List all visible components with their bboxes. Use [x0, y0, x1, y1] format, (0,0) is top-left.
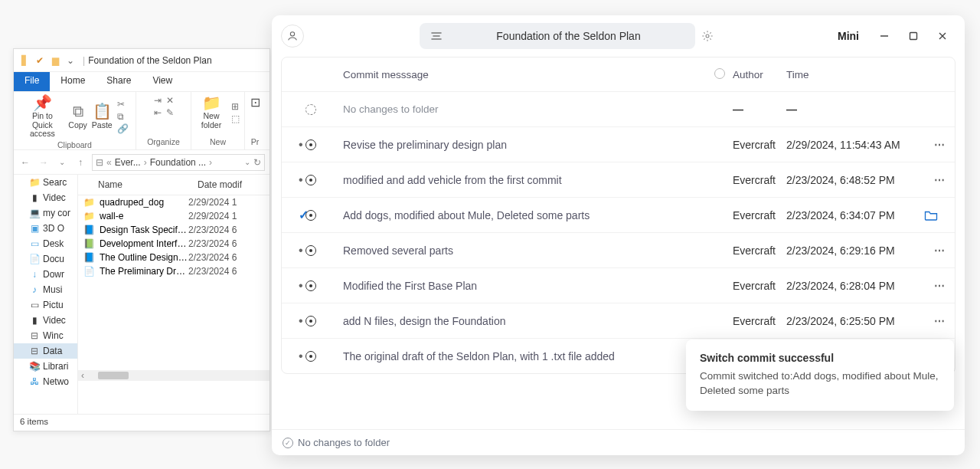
address-dropdown-icon[interactable]: ⌄ — [244, 158, 250, 166]
nav-item[interactable]: 💻my cor — [14, 205, 77, 221]
commit-node-icon — [305, 316, 316, 326]
commit-row[interactable]: ✓ Add dogs, modified about Mule, Deleted… — [282, 197, 955, 232]
nav-item[interactable]: ▮Videc — [14, 190, 77, 205]
nav-item[interactable]: 📁Searc — [14, 175, 77, 190]
copy-to-icon[interactable]: ⇤ — [154, 107, 162, 118]
tab-share[interactable]: Share — [96, 72, 142, 91]
cut-icon[interactable]: ✂ — [117, 99, 129, 110]
commit-row[interactable]: • modified and add vehicle from the firs… — [282, 162, 955, 197]
row-more-button[interactable]: ⋯ — [934, 244, 946, 257]
copy-path-icon[interactable]: ⧉ — [117, 111, 129, 122]
rename-icon[interactable]: ✎ — [166, 107, 174, 118]
save-icon[interactable]: ✔ — [34, 54, 46, 67]
nav-item-icon: ▭ — [29, 300, 40, 310]
nav-item[interactable]: ⊟Winc — [14, 328, 77, 343]
nav-item-icon: 📚 — [29, 361, 40, 372]
easy-access-icon[interactable]: ⬚ — [231, 113, 240, 124]
col-author[interactable]: Author — [733, 69, 786, 80]
truncated-label: Pr — [251, 137, 260, 146]
refresh-icon[interactable]: ↻ — [253, 157, 261, 168]
nav-pane[interactable]: 📁Searc▮Videc💻my cor▣3D O▭Desk📄Docu↓Dowr♪… — [14, 175, 78, 414]
nav-item[interactable]: ▭Pictu — [14, 297, 77, 313]
delete-icon[interactable]: ✕ — [166, 95, 174, 106]
nav-item[interactable]: 📄Docu — [14, 251, 77, 267]
commit-time: 2/23/2024, 6:29:16 PM — [786, 244, 895, 257]
nav-item-icon: ⊟ — [29, 346, 40, 356]
file-date: 2/23/2024 6 — [188, 225, 265, 235]
row-more-button[interactable]: ⋯ — [934, 315, 946, 327]
file-row[interactable]: 📘Design Task Specificatio...2/23/2024 6 — [78, 223, 270, 237]
settings-button[interactable] — [701, 30, 718, 42]
row-more-button[interactable]: ⋯ — [934, 280, 946, 292]
row-more-button[interactable]: ⋯ — [934, 174, 946, 186]
col-date[interactable]: Date modif — [193, 175, 270, 195]
file-row[interactable]: 📘The Outline Design Doc...2/23/2024 6 — [78, 251, 270, 264]
overflow-icon[interactable]: ⌄ — [64, 54, 77, 67]
file-row[interactable]: 📗Development Interface ...2/23/2024 6 — [78, 237, 270, 251]
nav-item-label: Videc — [43, 315, 66, 326]
copy-button[interactable]: ⧉ Copy — [68, 103, 87, 130]
nav-item[interactable]: ▮Videc — [14, 313, 77, 328]
avatar[interactable] — [281, 25, 304, 48]
nav-item[interactable]: 📚Librari — [14, 359, 77, 374]
new-folder-button[interactable]: 📁 New folder — [196, 95, 227, 130]
properties-icon[interactable]: ⊡ — [250, 95, 260, 110]
item-count: 6 items — [20, 417, 48, 426]
title-pill[interactable]: Foundation of the Seldon Plan — [420, 23, 695, 49]
file-row[interactable]: 📁wall-e2/29/2024 1 — [78, 209, 270, 223]
new-item-icon[interactable]: ⊞ — [231, 101, 240, 112]
col-name[interactable]: Name — [78, 175, 193, 195]
maximize-button[interactable] — [900, 25, 926, 47]
minimize-button[interactable] — [871, 25, 897, 47]
tab-home[interactable]: Home — [50, 72, 96, 91]
nav-item-icon: ↓ — [29, 269, 40, 280]
col-commit-message[interactable]: Commit messsage — [340, 69, 707, 80]
app-header: Foundation of the Seldon Plan Mini — [272, 15, 965, 57]
commit-row[interactable]: • Modified the First Base Plan Evercraft… — [282, 267, 955, 303]
nav-item[interactable]: ⊟Data — [14, 343, 77, 359]
maximize-icon — [909, 31, 918, 41]
nav-item[interactable]: ▭Desk — [14, 236, 77, 251]
nav-forward-button[interactable]: → — [37, 157, 51, 168]
mode-label[interactable]: Mini — [838, 30, 859, 42]
horizontal-scrollbar[interactable]: ‹ — [78, 370, 270, 381]
nav-back-button[interactable]: ← — [18, 157, 32, 168]
close-button[interactable] — [929, 25, 956, 47]
nav-item-icon: 🖧 — [29, 376, 40, 387]
breadcrumb-part[interactable]: Ever... — [115, 157, 141, 168]
nav-item[interactable]: ↓Dowr — [14, 267, 77, 282]
nav-item-icon: ▮ — [29, 315, 40, 326]
select-all-icon[interactable] — [714, 68, 725, 79]
address-bar[interactable]: ⊟ « Ever... › Foundation ... › ⌄ ↻ — [92, 154, 265, 171]
new-group-label: New — [210, 137, 226, 146]
nav-item[interactable]: ▣3D O — [14, 221, 77, 236]
move-to-icon[interactable]: ⇥ — [154, 95, 162, 106]
col-time[interactable]: Time — [786, 69, 924, 80]
commit-author: Evercraft — [733, 174, 786, 186]
breadcrumb-part[interactable]: Foundation ... — [150, 157, 206, 168]
commit-message: Removed several parts — [340, 244, 707, 257]
file-columns-header[interactable]: Name Date modif — [78, 175, 270, 195]
paste-button[interactable]: 📋 Paste — [92, 103, 113, 130]
tab-file[interactable]: File — [14, 72, 50, 91]
scrollbar-thumb[interactable] — [98, 372, 129, 379]
nav-item-label: Netwo — [43, 376, 69, 387]
nav-up-button[interactable]: ↑ — [74, 157, 87, 168]
tab-view[interactable]: View — [142, 72, 183, 91]
row-more-button[interactable]: ⋯ — [934, 139, 946, 151]
paste-shortcut-icon[interactable]: 🔗 — [117, 123, 129, 134]
nav-item-label: Pictu — [43, 300, 64, 310]
open-folder-button[interactable] — [924, 210, 955, 221]
pin-quick-access-button[interactable]: 📌 Pin to Quick access — [21, 95, 64, 139]
nav-history-icon[interactable]: ⌄ — [55, 158, 69, 166]
organize-group-label: Organize — [147, 137, 180, 146]
commit-row[interactable]: • Removed several parts Evercraft 2/23/2… — [282, 232, 955, 267]
file-row[interactable]: 📄The Preliminary Draft of...2/23/2024 6 — [78, 264, 270, 278]
nav-item[interactable]: 🖧Netwo — [14, 374, 77, 389]
commit-row[interactable]: • Revise the preliminary design plan Eve… — [282, 126, 955, 162]
nav-item[interactable]: ♪Musi — [14, 282, 77, 297]
commit-row[interactable]: • add N files, design the Foundation Eve… — [282, 303, 955, 338]
file-row[interactable]: 📁quadruped_dog2/29/2024 1 — [78, 195, 270, 209]
menu-icon[interactable] — [430, 31, 443, 41]
nav-item-label: Searc — [43, 177, 67, 188]
